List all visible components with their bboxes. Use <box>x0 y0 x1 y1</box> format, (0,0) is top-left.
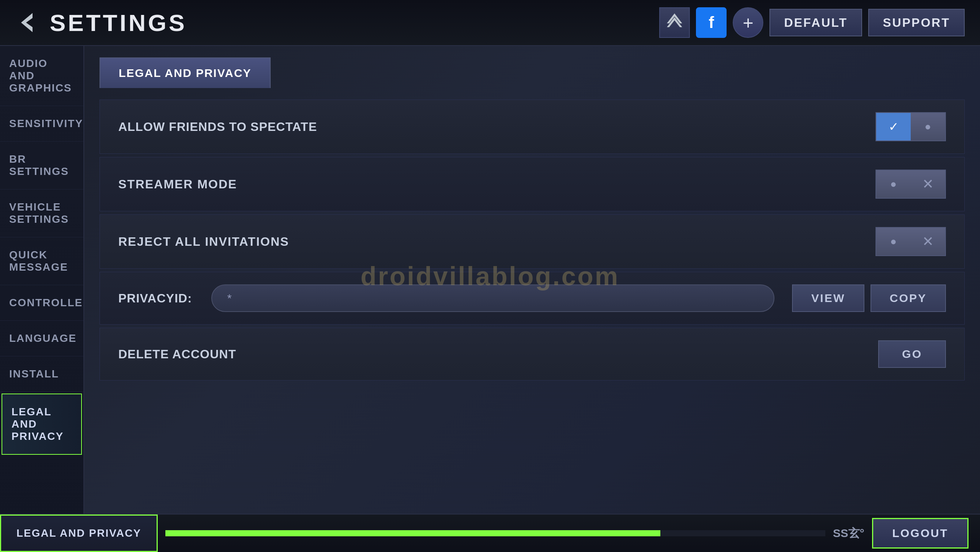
logout-button[interactable]: LOGOUT <box>872 518 969 549</box>
toggle-circle-btn-2[interactable]: ● <box>876 170 911 198</box>
sidebar-item-legal-privacy[interactable]: LEGAL AND PRIVACY <box>2 394 82 455</box>
streamer-mode-label: STREAMER MODE <box>118 177 875 191</box>
row-allow-friends: Allow Friends to Spectate ✓ ● <box>100 100 965 154</box>
sidebar-item-install[interactable]: INSTALL <box>0 356 83 392</box>
toggle-circle-btn[interactable]: ● <box>911 113 945 140</box>
back-button[interactable]: SETTINGS <box>15 9 187 36</box>
toggle-x-btn[interactable]: ✕ <box>911 170 945 198</box>
reject-invitations-label: REJECT ALL INVITATIONS <box>118 235 875 249</box>
view-button[interactable]: VIEW <box>792 284 864 312</box>
bottom-right-actions: SS玄° LOGOUT <box>833 518 980 549</box>
bottom-progress-fill <box>165 530 660 536</box>
tab-legal-privacy[interactable]: LEGAL AND PRIVACY <box>100 57 271 88</box>
sidebar-item-audio-graphics[interactable]: AUDIO AND GRAPHICS <box>0 46 83 106</box>
page-title: SETTINGS <box>50 9 187 36</box>
row-reject-invitations: REJECT ALL INVITATIONS ● ✕ <box>100 214 965 269</box>
tab-header: LEGAL AND PRIVACY <box>100 57 965 88</box>
sidebar: AUDIO AND GRAPHICS SENSITIVITY BR SETTIN… <box>0 46 84 552</box>
streamer-mode-toggle[interactable]: ● ✕ <box>875 170 946 199</box>
sidebar-item-controller[interactable]: CONTROLLER <box>0 285 83 321</box>
sidebar-item-quick-message[interactable]: QUICK MESSAGE <box>0 237 83 285</box>
chevron-up-icon <box>665 13 684 32</box>
privacy-id-stars: * <box>227 292 232 305</box>
allow-friends-toggle[interactable]: ✓ ● <box>875 112 946 141</box>
support-button[interactable]: SUPPORT <box>868 9 965 36</box>
sidebar-item-vehicle-settings[interactable]: VEHICLE SETTINGS <box>0 189 83 237</box>
privacy-id-field: * <box>211 284 775 312</box>
chevron-icon-btn[interactable] <box>659 7 690 38</box>
row-streamer-mode: STREAMER MODE ● ✕ <box>100 157 965 211</box>
sidebar-item-br-settings[interactable]: BR SETTINGS <box>0 142 83 189</box>
allow-friends-label: Allow Friends to Spectate <box>118 120 875 134</box>
copy-button[interactable]: COPY <box>871 284 946 312</box>
reject-invitations-toggle[interactable]: ● ✕ <box>875 227 946 256</box>
delete-account-label: Delete Account <box>118 347 878 361</box>
header-actions: f + DEFAULT SUPPORT <box>659 7 965 38</box>
toggle-check-btn[interactable]: ✓ <box>876 113 911 140</box>
go-button[interactable]: GO <box>878 340 946 368</box>
default-button[interactable]: DEFAULT <box>769 9 862 36</box>
sidebar-item-sensitivity[interactable]: SENSITIVITY <box>0 106 83 142</box>
add-button[interactable]: + <box>733 7 763 38</box>
privacy-id-label: PrivacyID: <box>118 291 192 305</box>
back-arrow-icon <box>15 11 38 34</box>
row-delete-account: Delete Account GO <box>100 328 965 381</box>
row-privacy-id: PrivacyID: * VIEW COPY <box>100 272 965 325</box>
svg-marker-0 <box>21 13 33 32</box>
toggle-x-btn-2[interactable]: ✕ <box>911 228 945 255</box>
bottom-progress-bar-container <box>165 530 825 536</box>
bottom-bar: LEGAL AND PRIVACY SS玄° LOGOUT <box>0 514 980 552</box>
content-area: LEGAL AND PRIVACY Allow Friends to Spect… <box>84 46 980 552</box>
main-container: AUDIO AND GRAPHICS SENSITIVITY BR SETTIN… <box>0 46 980 552</box>
language-indicator: SS玄° <box>833 526 864 541</box>
facebook-button[interactable]: f <box>696 7 727 38</box>
bottom-active-item[interactable]: LEGAL AND PRIVACY <box>0 514 158 552</box>
header: SETTINGS f + DEFAULT SUPPORT <box>0 0 980 46</box>
sidebar-item-language[interactable]: LANGUAGE <box>0 321 83 356</box>
toggle-circle-btn-3[interactable]: ● <box>876 228 911 255</box>
